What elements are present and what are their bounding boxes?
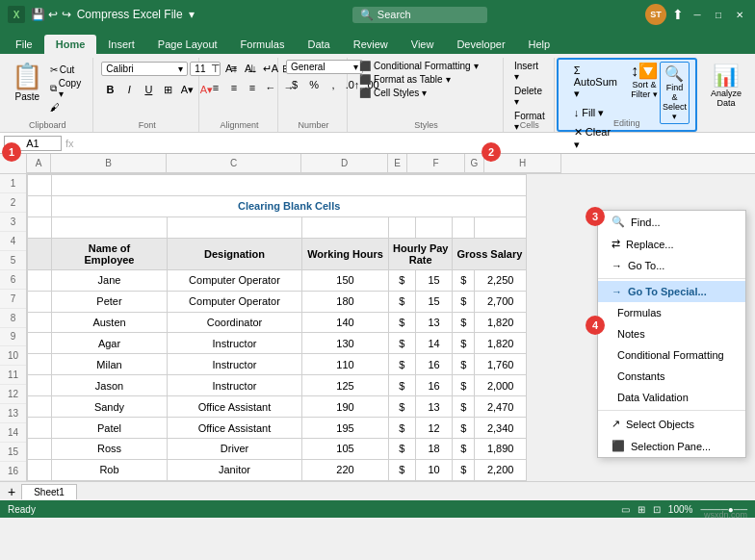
row-11[interactable]: 11 [0,366,26,385]
goto-item[interactable]: → Go To... [598,255,745,276]
conditional-formatting-btn[interactable]: ⬛ Conditional Formatting ▾ [355,60,482,72]
align-right-btn[interactable]: ≡ [244,79,261,96]
copy-button[interactable]: ⧉Copy ▾ [47,77,88,100]
paste-icon: 📋 [12,62,42,91]
app-icon: X [8,6,25,23]
analyze-data-btn[interactable]: 📊 Analyze Data [705,60,747,112]
paste-button[interactable]: 📋 Paste [8,60,47,104]
underline-button[interactable]: U [140,81,157,98]
cell-styles-btn[interactable]: ⬛ Cell Styles ▾ [355,87,482,99]
maximize-btn[interactable]: □ [711,7,726,22]
tab-help[interactable]: Help [517,35,562,54]
sort-filter-btn[interactable]: ↕🔽 Sort &Filter ▾ [631,62,658,124]
ribbon-tabs: File Home Insert Page Layout Formulas Da… [0,29,755,54]
fill-color-button[interactable]: A▾ [178,81,195,98]
row-3[interactable]: 3 [0,213,26,232]
row-6[interactable]: 6 [0,270,26,290]
align-middle-btn[interactable]: ≡ [225,60,243,77]
row-15[interactable]: 15 [0,443,26,462]
replace-icon: ⇄ [612,238,620,250]
delete-cells-btn[interactable]: Delete ▾ [511,85,548,108]
col-header-g[interactable]: G [465,154,484,173]
row-1[interactable]: 1 [0,174,26,193]
find-item[interactable]: 🔍 Find... [598,211,745,233]
share-icon[interactable]: ⬆ [672,7,684,22]
font-family-dropdown[interactable]: Calibri ▾ [101,62,188,76]
col-header-b[interactable]: B [51,154,167,173]
page-layout-btn[interactable]: ⊞ [638,504,645,515]
find-select-btn[interactable]: 🔍 Find &Select ▾ [660,62,690,124]
align-top-btn[interactable]: ⊤ [207,60,224,77]
row-7[interactable]: 7 [0,290,26,309]
selection-pane-item[interactable]: ⬛ Selection Pane... [598,435,745,457]
tab-data[interactable]: Data [296,35,341,54]
minimize-btn[interactable]: ─ [690,7,705,22]
row-5[interactable]: 5 [0,251,26,270]
add-sheet-btn[interactable]: + [4,484,19,499]
wrap-text-btn[interactable]: ↵A [262,60,279,77]
cs-arrow: ▾ [422,88,427,98]
sheet-tab-1[interactable]: Sheet1 [21,484,77,499]
select-obj-icon: ↗ [612,418,620,430]
row-8[interactable]: 8 [0,309,26,328]
goto-special-icon: → [612,286,622,297]
percent-btn[interactable]: % [305,76,323,93]
tab-developer[interactable]: Developer [445,35,516,54]
row-10[interactable]: 10 [0,346,26,366]
status-text: Ready [8,504,36,515]
align-center-btn[interactable]: ≡ [225,79,243,96]
col-header-c[interactable]: C [167,154,301,173]
row-13[interactable]: 13 [0,404,26,423]
align-bottom-btn[interactable]: ⊥ [244,60,261,77]
tab-page-layout[interactable]: Page Layout [146,35,229,54]
search-box[interactable]: 🔍 Search [352,7,487,23]
comma-btn[interactable]: , [325,76,342,93]
row-2[interactable]: 2 [0,193,26,213]
cf-item-label: Conditional Formatting [617,349,724,361]
watermark: wsxdn.com [704,510,747,520]
insert-cells-btn[interactable]: Insert ▾ [511,60,548,83]
data-validation-item[interactable]: Data Validation [598,387,745,408]
row-9[interactable]: 9 [0,328,26,347]
formulas-item[interactable]: Formulas [598,302,745,323]
tab-file[interactable]: File [4,35,44,54]
tab-formulas[interactable]: Formulas [229,35,297,54]
goto-special-item[interactable]: → Go To Special... [598,281,745,302]
autosum-btn[interactable]: Σ AutoSum ▾ [564,62,627,103]
col-header-a[interactable]: A [27,154,51,173]
constants-item[interactable]: Constants [598,366,745,387]
notes-item[interactable]: Notes [598,323,745,344]
close-btn[interactable]: ✕ [732,7,747,22]
row-4[interactable]: 4 [0,232,26,251]
row-14[interactable]: 14 [0,423,26,443]
select-objects-item[interactable]: ↗ Select Objects [598,413,745,435]
cut-button[interactable]: ✂Cut [47,64,88,76]
tab-review[interactable]: Review [342,35,400,54]
col-header-d[interactable]: D [301,154,388,173]
goto-label: Go To... [628,260,664,271]
page-break-btn[interactable]: ⊡ [653,504,661,515]
align-left-btn[interactable]: ≡ [207,79,224,96]
tab-insert[interactable]: Insert [96,35,146,54]
border-button[interactable]: ⊞ [159,81,176,98]
number-label: Number [280,120,347,130]
tab-home[interactable]: Home [44,35,97,54]
normal-view-btn[interactable]: ▭ [621,504,630,515]
format-as-table-btn[interactable]: ⬛ Format as Table ▾ [355,73,482,86]
col-header-f[interactable]: F [407,154,465,173]
col-header-e[interactable]: E [388,154,407,173]
row-16[interactable]: 16 [0,462,26,481]
italic-button[interactable]: I [120,81,138,98]
bold-button[interactable]: B [101,81,118,98]
decrease-indent-btn[interactable]: ← [262,79,279,96]
title-dropdown-icon[interactable]: ▾ [189,8,195,21]
tab-view[interactable]: View [400,35,446,54]
replace-item[interactable]: ⇄ Replace... [598,233,745,255]
currency-btn[interactable]: $ [286,76,303,93]
cf-item[interactable]: Conditional Formatting [598,344,745,366]
formula-divider: fx [65,138,74,149]
row-12[interactable]: 12 [0,385,26,404]
sheet-tabs: + Sheet1 [0,481,755,500]
clipboard-label: Clipboard [2,120,92,130]
format-painter-button[interactable]: 🖌 [47,101,88,114]
